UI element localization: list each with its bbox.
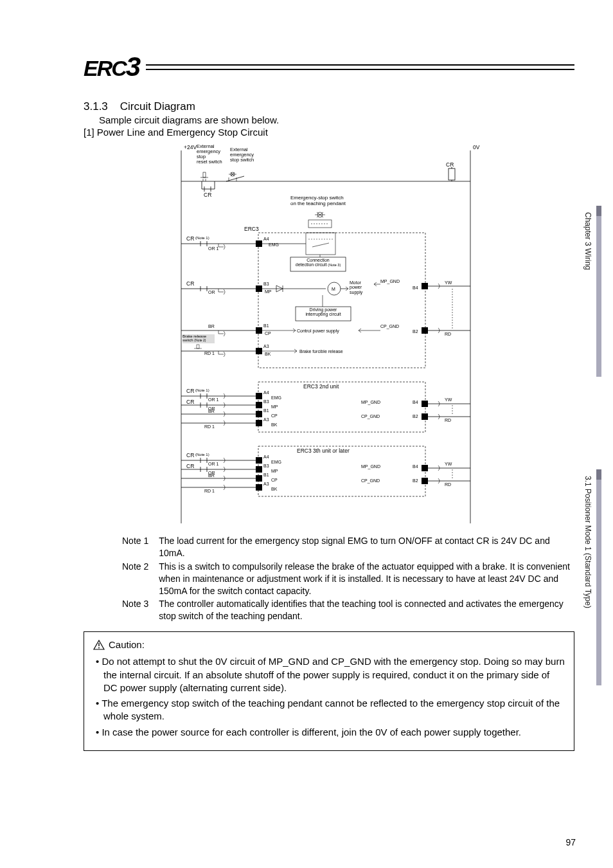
note-label: Note 1 [122, 535, 148, 559]
caution-heading: Caution: [93, 638, 565, 651]
svg-rect-16 [449, 168, 455, 180]
svg-text:B3: B3 [263, 464, 269, 468]
svg-rect-126 [256, 475, 262, 482]
svg-text:B1: B1 [263, 473, 269, 477]
svg-text:RD: RD [445, 482, 451, 487]
svg-text:A3: A3 [263, 417, 269, 422]
svg-text:A4: A4 [263, 390, 269, 395]
header-rule [146, 64, 574, 70]
svg-rect-91 [422, 413, 428, 420]
cr-top-label: CR [204, 192, 211, 198]
svg-text:(Note 1): (Note 1) [195, 453, 209, 457]
svg-text:BR: BR [208, 473, 215, 478]
svg-text:A4: A4 [263, 455, 269, 459]
svg-text:B2: B2 [413, 478, 418, 483]
drive-int-label: Driving powerinterrupting circuit [297, 307, 350, 317]
ext-reset-label: Externalemergencystopreset switch [197, 144, 235, 165]
b1-label: B1 [263, 323, 269, 328]
svg-text:B3: B3 [263, 399, 269, 404]
svg-text:CP: CP [271, 413, 278, 418]
or-mp-label: OR [208, 290, 215, 294]
svg-text:B4: B4 [413, 464, 418, 469]
brake-forcible-label: Brake forcible release [299, 349, 343, 354]
svg-text:CR: CR [186, 452, 194, 458]
svg-text:CR: CR [186, 463, 194, 469]
svg-rect-50 [256, 327, 262, 334]
svg-text:RD 1: RD 1 [204, 489, 215, 493]
svg-text:BR: BR [208, 409, 215, 413]
svg-text:CR: CR [186, 399, 194, 405]
svg-text:MP: MP [271, 404, 278, 409]
caution-item: In case the power source for each contro… [103, 726, 565, 739]
section-title-row: 3.1.3 Circuit Diagram [84, 100, 574, 113]
svg-rect-81 [422, 401, 428, 407]
ext-stop-label: Externalemergencystop switch [230, 147, 269, 163]
conn-det-label: Connectiondetection circuit (Note 3) [292, 258, 344, 267]
note1-sup: (Note 1) [195, 236, 209, 240]
note-text: The controller automatically identifies … [159, 598, 574, 622]
svg-text:EMG: EMG [271, 395, 281, 400]
section-number: 3.1.3 [84, 100, 108, 113]
svg-rect-45 [422, 283, 428, 289]
yw-label: YW [445, 280, 452, 285]
b3-label: B3 [263, 282, 269, 286]
svg-rect-116 [256, 466, 262, 473]
svg-text:BK: BK [271, 487, 278, 491]
svg-line-32 [312, 243, 329, 247]
svg-rect-53 [422, 327, 428, 334]
warning-icon [93, 640, 105, 650]
svg-text:MP: MP [271, 469, 278, 473]
svg-text:MP_GND: MP_GND [361, 464, 380, 469]
svg-rect-69 [256, 393, 262, 399]
svg-text:CP: CP [271, 478, 278, 482]
cr-emg-label: CR [186, 235, 194, 242]
mp-label: MP [265, 289, 272, 294]
section-title: Circuit Diagram [120, 100, 195, 113]
svg-text:B4: B4 [413, 400, 418, 404]
or1-label: OR 1 [208, 246, 218, 251]
section-part: [1] Power Line and Emergency Stop Circui… [84, 127, 574, 138]
b4-label: B4 [413, 285, 418, 290]
cr-right-label: CR [446, 161, 454, 168]
page-number: 97 [565, 837, 576, 847]
svg-rect-62 [258, 382, 425, 432]
notes: Note 1 The load current for the emergenc… [122, 535, 574, 622]
note-text: This is a switch to compulsorily release… [159, 561, 574, 597]
br-cp-label: BR [208, 324, 215, 329]
brake-rel-label: Brake releaseswitch (Note 2) [182, 334, 215, 343]
svg-text:CR: CR [186, 388, 194, 394]
estop-pendant-label: Emergency-stop switchon the teaching pen… [290, 195, 374, 207]
logo: ERC3 [84, 51, 139, 82]
note-label: Note 3 [122, 598, 148, 622]
mpgnd-label: MP_GND [380, 279, 400, 284]
svg-rect-137 [256, 484, 262, 491]
section-subtitle: Sample circuit diagrams are shown below. [99, 114, 574, 125]
svg-text:OR 1: OR 1 [208, 397, 218, 402]
svg-text:B2: B2 [413, 414, 418, 419]
a4-label: A4 [263, 237, 269, 241]
svg-rect-98 [256, 420, 262, 426]
bk-label: BK [265, 352, 271, 356]
unit2-label: ERC3 2nd unit [303, 383, 339, 390]
caution-item: The emergency stop switch of the teachin… [103, 697, 565, 723]
svg-text:MP_GND: MP_GND [361, 400, 380, 405]
note-label: Note 2 [122, 561, 148, 597]
svg-rect-60 [256, 348, 262, 354]
svg-rect-108 [256, 457, 262, 464]
cr-mp-label: CR [186, 280, 194, 287]
cpgnd-label: CP_GND [380, 324, 399, 329]
svg-point-141 [98, 647, 100, 649]
caution-label: Caution: [109, 638, 145, 651]
sidebar-chapter: Chapter 3 Wiring [583, 212, 592, 270]
svg-text:RD 1: RD 1 [204, 424, 215, 429]
caution-item: Do not attempt to shut the 0V circuit of… [103, 655, 565, 694]
svg-text:YW: YW [445, 462, 452, 466]
svg-rect-130 [422, 478, 428, 484]
svg-rect-120 [422, 465, 428, 471]
emg-label: EMG [269, 242, 279, 247]
sidebar-section: 3.1 Positioner Mode 1 (Standard Type) [583, 476, 592, 608]
rd-cp-label: RD [445, 332, 451, 336]
svg-rect-30 [306, 233, 335, 255]
svg-rect-38 [256, 285, 262, 292]
header-row: ERC3 [84, 51, 574, 82]
